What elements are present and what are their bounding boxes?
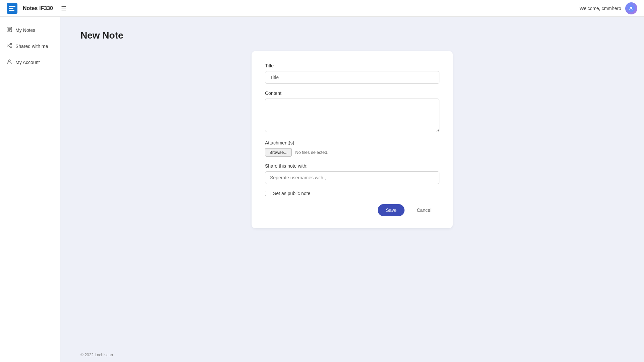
public-note-checkbox[interactable] <box>265 191 270 196</box>
svg-point-5 <box>630 7 632 9</box>
svg-line-14 <box>8 46 10 47</box>
title-label: Title <box>265 63 439 68</box>
new-note-form-card: Title Content Attachment(s) Browse... No… <box>252 51 453 228</box>
avatar[interactable] <box>625 2 637 14</box>
svg-point-15 <box>8 60 10 62</box>
footer: © 2022 Lachisean <box>60 348 644 362</box>
title-field-group: Title <box>265 63 439 84</box>
sidebar-item-my-account[interactable]: My Account <box>0 54 60 70</box>
share-label: Share this note with: <box>265 163 439 169</box>
app-logo <box>7 3 17 14</box>
content-textarea[interactable] <box>265 99 439 132</box>
main-content: New Note Title Content Attachment(s) Bro… <box>60 17 644 362</box>
content-label: Content <box>265 90 439 96</box>
cancel-button[interactable]: Cancel <box>409 204 439 216</box>
sidebar-item-my-notes[interactable]: My Notes <box>0 22 60 38</box>
avatar-icon <box>628 5 635 12</box>
svg-point-10 <box>10 43 12 45</box>
svg-rect-1 <box>9 6 15 7</box>
content-field-group: Content <box>265 90 439 133</box>
footer-text: © 2022 Lachisean <box>80 353 113 357</box>
header-right: Welcome, cmmhero <box>580 2 637 14</box>
account-icon <box>7 59 12 66</box>
sidebar-item-shared-with-me[interactable]: Shared with me <box>0 38 60 54</box>
title-input[interactable] <box>265 71 439 84</box>
svg-rect-2 <box>9 8 13 9</box>
svg-point-12 <box>10 47 12 48</box>
page-title: New Note <box>80 30 624 41</box>
sidebar-item-label-my-notes: My Notes <box>15 27 35 33</box>
attachments-group: Attachment(s) Browse... No files selecte… <box>265 140 439 157</box>
sidebar-item-label-shared: Shared with me <box>15 44 48 49</box>
menu-icon[interactable]: ☰ <box>58 3 69 13</box>
file-input-row: Browse... No files selected. <box>265 148 439 157</box>
public-note-row: Set as public note <box>265 191 439 196</box>
svg-point-11 <box>7 45 8 46</box>
share-icon <box>7 43 12 50</box>
sidebar: My Notes Shared with me M <box>0 17 60 362</box>
browse-button[interactable]: Browse... <box>265 148 292 157</box>
header: Notes IF330 ☰ Welcome, cmmhero <box>0 0 644 17</box>
svg-rect-3 <box>9 10 14 11</box>
share-field-group: Share this note with: <box>265 163 439 184</box>
share-input[interactable] <box>265 171 439 184</box>
save-button[interactable]: Save <box>378 204 405 216</box>
no-file-text: No files selected. <box>295 150 328 155</box>
sidebar-item-label-account: My Account <box>15 60 40 65</box>
svg-line-13 <box>8 44 10 45</box>
public-note-label: Set as public note <box>273 191 310 196</box>
layout: My Notes Shared with me M <box>0 17 644 362</box>
header-left: Notes IF330 ☰ <box>7 3 69 14</box>
welcome-text: Welcome, cmmhero <box>580 6 621 11</box>
app-title: Notes IF330 <box>23 5 53 11</box>
notes-icon <box>7 27 12 34</box>
form-actions: Save Cancel <box>265 204 439 216</box>
attachments-label: Attachment(s) <box>265 140 439 145</box>
